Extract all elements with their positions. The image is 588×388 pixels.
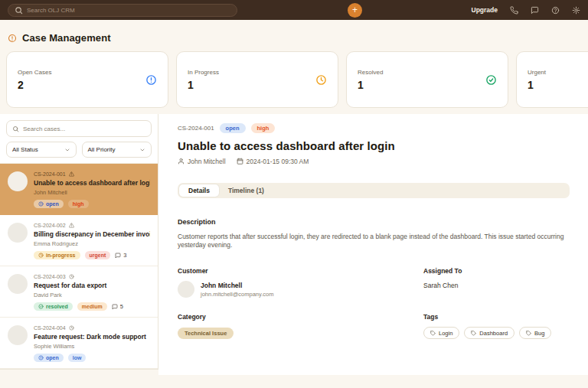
detail-tabs: Details Timeline (1): [178, 183, 570, 198]
stat-cards: Open Cases 2 In Progress 1 Resolved 1 Ur…: [0, 51, 588, 108]
comment-icon: [115, 253, 121, 259]
customer-name: John Mitchell: [201, 282, 273, 289]
stat-card-in-progress: In Progress 1: [176, 51, 338, 108]
settings-icon[interactable]: [572, 6, 580, 15]
check-circle-icon: [485, 74, 497, 86]
stat-label: In Progress: [188, 69, 219, 76]
customer-label: Customer: [178, 267, 423, 275]
priority-badge: high: [68, 200, 89, 208]
page-header: Case Management: [0, 20, 588, 51]
phone-icon[interactable]: [510, 6, 518, 15]
avatar: [8, 171, 28, 191]
case-title: Billing discrepancy in December invoice: [34, 230, 150, 238]
topbar: + Upgrade: [0, 0, 588, 20]
alert-triangle-icon: [69, 223, 74, 228]
case-id: CS-2024-001: [34, 171, 66, 177]
tags-section: Tags Login Dashboard Bug: [423, 313, 570, 339]
case-search[interactable]: [6, 120, 152, 137]
case-list-item[interactable]: CS-2024-002 Billing discrepancy in Decem…: [0, 215, 158, 266]
avatar: [8, 325, 28, 345]
case-search-input[interactable]: [23, 126, 145, 132]
detail-case-title: Unable to access dashboard after login: [178, 139, 570, 152]
case-title: Feature request: Dark mode support: [34, 333, 150, 341]
stat-label: Open Cases: [18, 69, 51, 76]
category-badge: Technical Issue: [178, 328, 234, 339]
avatar: [8, 274, 28, 294]
alert-circle-icon: [145, 74, 157, 86]
stat-value: 1: [188, 79, 219, 91]
sidebar-filters: All Status All Priority: [0, 114, 158, 163]
case-customer: Emma Rodriguez: [34, 240, 150, 247]
stat-value: 1: [358, 79, 383, 91]
tag-icon: [430, 331, 436, 336]
stat-label: Urgent: [528, 69, 546, 76]
tag-chip[interactable]: Dashboard: [464, 327, 514, 339]
page-title: Case Management: [22, 32, 111, 44]
case-list-item[interactable]: CS-2024-003 Request for data export Davi…: [0, 266, 158, 318]
tag-icon: [471, 331, 476, 336]
stat-value: 2: [18, 79, 51, 91]
stat-card-resolved: Resolved 1: [346, 51, 508, 108]
status-filter-value: All Status: [12, 146, 38, 153]
help-icon[interactable]: [551, 6, 560, 15]
alert-circle-icon: [8, 34, 17, 43]
alert-circle-icon: [38, 201, 44, 207]
case-title: Unable to access dashboard after login: [34, 179, 150, 187]
tags-label: Tags: [423, 313, 570, 321]
tab-details[interactable]: Details: [179, 184, 219, 197]
global-search[interactable]: [8, 4, 237, 17]
tag-chip[interactable]: Bug: [519, 327, 551, 339]
clock-icon: [315, 74, 327, 86]
stat-value: 1: [528, 79, 546, 91]
chat-icon[interactable]: [531, 6, 539, 15]
alert-triangle-icon: [69, 171, 74, 177]
add-button[interactable]: +: [348, 3, 362, 18]
search-icon: [15, 6, 23, 15]
clock-icon: [38, 253, 44, 258]
chevron-down-icon: [64, 147, 70, 153]
case-datetime: 2024-01-15 09:30 AM: [237, 158, 309, 165]
chevron-down-icon: [139, 147, 145, 153]
case-detail-panel: CS-2024-001 open high Unable to access d…: [158, 114, 588, 375]
detail-priority-badge: high: [251, 123, 276, 133]
case-list: CS-2024-001 Unable to access dashboard a…: [0, 163, 158, 369]
status-badge: in-progress: [34, 251, 80, 259]
check-circle-icon: [38, 304, 44, 309]
category-label: Category: [178, 313, 423, 321]
avatar: [8, 223, 28, 243]
tag-icon: [526, 331, 531, 336]
alert-circle-icon: [38, 355, 44, 360]
status-badge: open: [34, 354, 64, 362]
search-icon: [12, 126, 19, 132]
case-customer: Sophie Williams: [34, 343, 150, 350]
stat-card-urgent: Urgent 1: [516, 51, 588, 108]
tab-timeline[interactable]: Timeline (1): [219, 184, 273, 197]
description-label: Description: [178, 218, 570, 226]
comment-icon: [112, 304, 118, 310]
calendar-icon: [237, 158, 243, 165]
status-badge: resolved: [34, 302, 73, 311]
case-list-item[interactable]: CS-2024-001 Unable to access dashboard a…: [0, 164, 158, 215]
category-section: Category Technical Issue: [178, 313, 423, 339]
case-id: CS-2024-002: [34, 223, 66, 228]
stat-card-open-cases: Open Cases 2: [6, 51, 168, 108]
clock-icon: [69, 274, 74, 279]
comment-count: 5: [112, 303, 123, 310]
case-customer: David Park: [34, 292, 150, 298]
upgrade-button[interactable]: Upgrade: [472, 6, 498, 14]
comment-count: 3: [115, 252, 126, 259]
user-icon: [178, 158, 185, 165]
tag-chip[interactable]: Login: [423, 327, 459, 339]
case-list-sidebar: All Status All Priority CS-2024-001 Unab…: [0, 114, 158, 370]
case-id: CS-2024-003: [34, 274, 66, 279]
case-customer: John Mitchell: [34, 189, 150, 196]
assigned-to: Sarah Chen: [423, 282, 570, 289]
priority-filter-select[interactable]: All Priority: [82, 142, 152, 158]
case-id: CS-2024-004: [34, 325, 66, 331]
status-filter-select[interactable]: All Status: [6, 142, 77, 158]
case-list-item[interactable]: CS-2024-004 Feature request: Dark mode s…: [0, 318, 158, 369]
global-search-input[interactable]: [27, 7, 230, 14]
content-area: All Status All Priority CS-2024-001 Unab…: [0, 114, 588, 375]
priority-badge: medium: [77, 302, 107, 311]
reporter: John Mitchell: [178, 158, 226, 165]
